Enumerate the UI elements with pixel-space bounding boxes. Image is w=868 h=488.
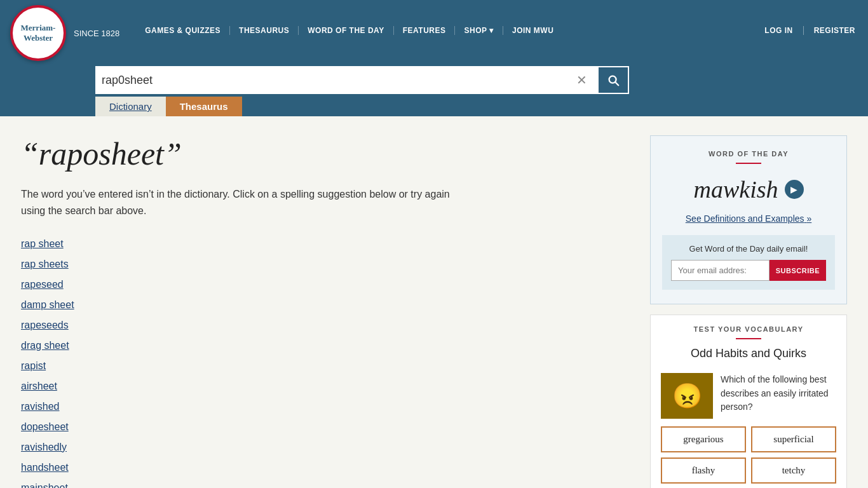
shop-arrow-icon: ▾	[489, 26, 494, 35]
list-item[interactable]: ravished	[21, 396, 631, 417]
vocab-title: Odd Habits and Quirks	[661, 347, 836, 360]
suggestions-list: rap sheet rap sheets rapeseed damp sheet…	[21, 234, 631, 488]
answer-flashy[interactable]: flashy	[661, 458, 746, 484]
wotd-card: WORD OF THE DAY mawkish ▶ See Definition…	[650, 135, 847, 304]
email-signup-area: Get Word of the Day daily email! SUBSCRI…	[662, 235, 835, 290]
search-icon	[606, 73, 620, 87]
list-item[interactable]: dopesheet	[21, 417, 631, 437]
wotd-word: mawkish	[694, 175, 778, 203]
list-item[interactable]: rap sheet	[21, 234, 631, 254]
clear-button[interactable]: ✕	[573, 72, 591, 88]
logo-text-line1: Merriam-	[21, 23, 56, 33]
vocab-divider	[736, 338, 761, 339]
tab-thesaurus[interactable]: Thesaurus	[166, 97, 242, 116]
email-prompt: Get Word of the Day daily email!	[671, 244, 826, 254]
list-item[interactable]: airsheet	[21, 376, 631, 396]
not-found-text: The word you’ve entered isn’t in the dic…	[21, 186, 466, 220]
list-item[interactable]: mainsheet	[21, 478, 631, 488]
nav-features[interactable]: FEATURES	[394, 26, 456, 35]
search-input-wrapper: ✕	[95, 66, 597, 94]
see-definitions-link[interactable]: See Definitions and Examples »	[662, 214, 835, 224]
page-title: “raposheet”	[21, 135, 631, 172]
tab-dictionary[interactable]: Dictionary	[95, 97, 166, 116]
list-item[interactable]: rapeseeds	[21, 315, 631, 336]
nav-register[interactable]: REGISTER	[814, 26, 855, 35]
vocab-label: TEST YOUR VOCABULARY	[661, 325, 836, 333]
list-item[interactable]: rap sheets	[21, 254, 631, 274]
search-button[interactable]	[597, 66, 629, 94]
wotd-word-row: mawkish ▶	[662, 175, 835, 203]
nav-shop[interactable]: SHOP ▾	[455, 26, 503, 35]
list-item[interactable]: damp sheet	[21, 295, 631, 315]
answer-superficial[interactable]: superficial	[751, 426, 836, 452]
nav-games[interactable]: GAMES & QUIZZES	[136, 26, 230, 35]
vocab-card: TEST YOUR VOCABULARY Odd Habits and Quir…	[650, 315, 847, 488]
audio-button[interactable]: ▶	[785, 180, 804, 199]
list-item[interactable]: drag sheet	[21, 336, 631, 356]
vocab-question: Which of the following best describes an…	[721, 373, 836, 414]
wotd-divider	[736, 163, 761, 164]
nav-login[interactable]: LOG IN	[764, 26, 803, 35]
answer-tetchy[interactable]: tetchy	[751, 458, 836, 484]
audio-icon: ▶	[790, 184, 797, 195]
wotd-label: WORD OF THE DAY	[662, 150, 835, 158]
list-item[interactable]: rapist	[21, 356, 631, 376]
content-area: “raposheet” The word you’ve entered isn’…	[21, 135, 631, 488]
email-input[interactable]	[671, 260, 770, 281]
subscribe-button[interactable]: SUBSCRIBE	[770, 260, 826, 281]
list-item[interactable]: ravishedly	[21, 437, 631, 458]
list-item[interactable]: handsheet	[21, 458, 631, 478]
logo-circle: Merriam- Webster	[10, 5, 66, 61]
logo-text-line2: Webster	[21, 33, 56, 43]
nav-thesaurus[interactable]: THESAURUS	[230, 26, 299, 35]
since-label: SINCE 1828	[74, 29, 119, 38]
nav-wotd[interactable]: WORD OF THE DAY	[299, 26, 393, 35]
sidebar: WORD OF THE DAY mawkish ▶ See Definition…	[650, 135, 847, 488]
search-input[interactable]	[102, 74, 573, 87]
nav-right: LOG IN REGISTER	[764, 0, 868, 61]
list-item[interactable]: rapeseed	[21, 274, 631, 295]
answer-gregarious[interactable]: gregarious	[661, 426, 746, 452]
nav-links: GAMES & QUIZZES THESAURUS WORD OF THE DA…	[130, 0, 562, 61]
vocab-image: 😠	[661, 373, 713, 419]
logo-area[interactable]: Merriam- Webster SINCE 1828	[0, 0, 130, 61]
nav-joinmwu[interactable]: JOIN MWU	[503, 26, 562, 35]
